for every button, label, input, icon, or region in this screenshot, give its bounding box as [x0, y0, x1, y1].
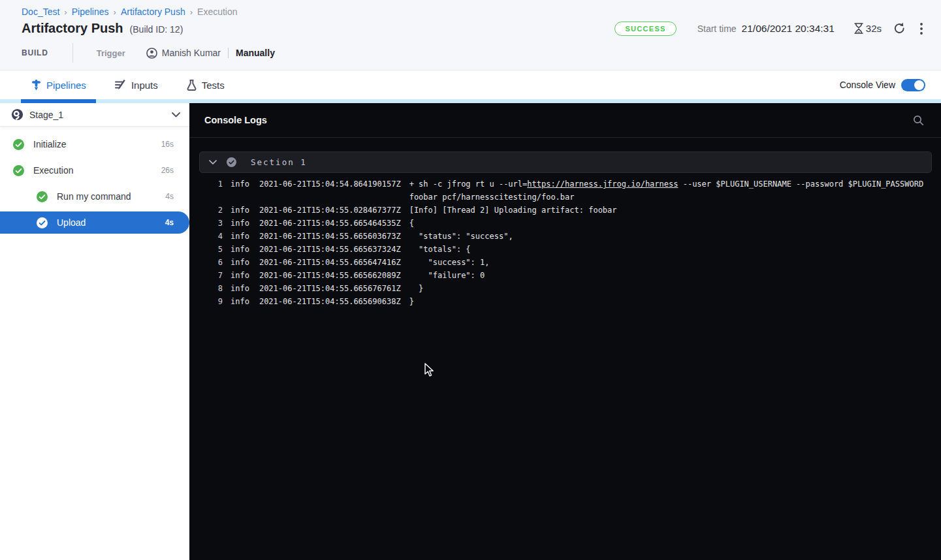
hourglass-icon	[854, 23, 863, 34]
start-time-value: 21/06/2021 20:34:31	[742, 23, 835, 35]
chevron-down-icon[interactable]	[209, 160, 217, 164]
step-label: Execution	[33, 165, 161, 176]
log-search-button[interactable]	[910, 112, 927, 129]
log-timestamp: 2021-06-21T15:04:55.665603673Z	[259, 230, 401, 243]
log-level: info	[231, 204, 249, 217]
trigger-type: Manually	[236, 48, 275, 58]
divider	[72, 43, 73, 63]
breadcrumb-link-pipelines[interactable]: Pipelines	[72, 7, 109, 17]
log-level: info	[231, 230, 249, 243]
tab-pipelines[interactable]: Pipelines	[31, 80, 86, 91]
console-panel: Console Logs Section 1 1info2021-06-21T	[189, 103, 941, 560]
log-line-number: 6	[214, 256, 223, 269]
step-row-run-my-command[interactable]: Run my command 4s	[0, 183, 189, 210]
console-header: Console Logs	[189, 103, 941, 138]
success-check-icon	[37, 191, 48, 202]
log-line-number: 9	[214, 295, 223, 308]
start-time-label: Start time	[697, 23, 737, 34]
stage-selector[interactable]: Stage_1	[0, 103, 189, 127]
log-row: 9info2021-06-21T15:04:55.665690638Z}	[199, 295, 932, 308]
breadcrumb-separator: ›	[114, 7, 116, 17]
success-check-icon	[13, 165, 24, 176]
trigger-label: Trigger	[97, 48, 125, 58]
chevron-down-icon[interactable]	[172, 112, 180, 117]
log-row: 2info2021-06-21T15:04:55.028467377Z[Info…	[199, 204, 932, 217]
tab-label: Tests	[202, 80, 225, 91]
log-message: "failure": 0	[409, 269, 932, 282]
log-level: info	[231, 282, 249, 295]
trigger-user: Manish Kumar	[146, 48, 221, 59]
inputs-icon	[115, 80, 126, 90]
refresh-icon	[893, 22, 906, 35]
log-timestamp: 2021-06-21T15:04:55.665662089Z	[259, 269, 401, 282]
tests-icon	[187, 80, 197, 91]
log-message: }	[409, 282, 932, 295]
log-line-number: 5	[214, 243, 223, 256]
breadcrumb-link-pipeline[interactable]: Artifactory Push	[121, 7, 185, 17]
build-id: (Build ID: 12)	[130, 24, 183, 35]
success-check-icon	[37, 217, 48, 228]
log-line-number: 1	[214, 178, 223, 204]
section-check-icon	[227, 157, 236, 167]
step-duration: 4s	[165, 218, 174, 227]
divider	[228, 48, 229, 58]
log-message: + sh -c jfrog rt u --url=https://harness…	[409, 178, 932, 204]
step-list: Initialize 16s Execution 26s Run my comm…	[0, 127, 189, 234]
breadcrumb-separator: ›	[64, 7, 67, 17]
log-timestamp: 2021-06-21T15:04:55.665637324Z	[259, 243, 401, 256]
log-level: info	[231, 217, 249, 230]
log-row: 8info2021-06-21T15:04:55.665676761Z }	[199, 282, 932, 295]
execution-sidebar: Stage_1 Initialize 16s Execution 26s Run…	[0, 103, 189, 560]
step-label: Upload	[57, 217, 165, 228]
log-row: 4info2021-06-21T15:04:55.665603673Z "sta…	[199, 230, 932, 243]
page-header: Doc_Test › Pipelines › Artifactory Push …	[0, 0, 941, 70]
console-view-toggle[interactable]	[901, 79, 925, 91]
build-type-label: BUILD	[22, 48, 48, 57]
console-title: Console Logs	[204, 115, 267, 125]
step-label: Run my command	[57, 191, 165, 202]
page-title: Artifactory Push	[22, 21, 123, 36]
step-duration: 26s	[161, 166, 174, 175]
step-label: Initialize	[33, 139, 161, 149]
log-timestamp: 2021-06-21T15:04:55.665676761Z	[259, 282, 401, 295]
step-row-initialize[interactable]: Initialize 16s	[0, 131, 189, 157]
breadcrumb-separator: ›	[190, 7, 193, 17]
tab-bar: Pipelines Inputs Tests Console View	[0, 70, 941, 99]
log-link[interactable]: https://harness.jfrog.io/harness	[527, 179, 678, 189]
breadcrumb-current: Execution	[197, 7, 237, 17]
step-row-upload[interactable]: Upload 4s	[0, 211, 189, 234]
tab-tests[interactable]: Tests	[187, 80, 225, 91]
kebab-menu-icon	[920, 23, 923, 35]
search-icon	[913, 115, 924, 126]
tab-underline-track	[0, 99, 941, 103]
more-options-button[interactable]	[917, 20, 925, 37]
log-level: info	[231, 295, 249, 308]
tab-inputs[interactable]: Inputs	[115, 80, 158, 91]
breadcrumb: Doc_Test › Pipelines › Artifactory Push …	[22, 7, 925, 17]
log-section-header[interactable]: Section 1	[199, 151, 932, 173]
duration: 32s	[854, 23, 882, 34]
log-line-number: 3	[214, 217, 223, 230]
step-duration: 16s	[161, 140, 174, 149]
log-level: info	[231, 243, 249, 256]
active-tab-underline	[21, 99, 96, 103]
step-row-execution[interactable]: Execution 26s	[0, 157, 189, 183]
log-message: {	[409, 217, 932, 230]
log-level: info	[231, 269, 249, 282]
toggle-knob	[914, 80, 924, 90]
refresh-button[interactable]	[891, 20, 908, 37]
log-timestamp: 2021-06-21T15:04:55.665464535Z	[259, 217, 401, 230]
log-timestamp: 2021-06-21T15:04:55.028467377Z	[259, 204, 401, 217]
log-timestamp: 2021-06-21T15:04:55.665647416Z	[259, 256, 401, 269]
pipelines-icon	[31, 80, 41, 91]
log-row: 5info2021-06-21T15:04:55.665637324Z "tot…	[199, 243, 932, 256]
log-line-number: 2	[214, 204, 223, 217]
log-message: "success": 1,	[409, 256, 932, 269]
console-view-label: Console View	[840, 80, 895, 90]
log-line-number: 8	[214, 282, 223, 295]
console-view-control: Console View	[840, 79, 925, 91]
breadcrumb-link-project[interactable]: Doc_Test	[22, 7, 59, 17]
log-level: info	[231, 256, 249, 269]
log-level: info	[231, 178, 249, 204]
tab-label: Pipelines	[46, 80, 86, 91]
